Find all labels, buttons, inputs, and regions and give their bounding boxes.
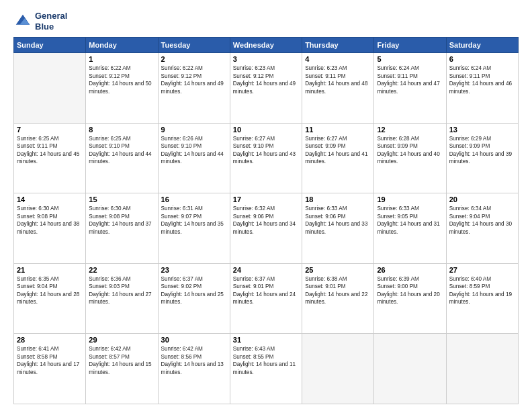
- cell-info: Sunrise: 6:42 AMSunset: 8:57 PMDaylight:…: [89, 346, 151, 375]
- day-number: 31: [233, 336, 299, 344]
- calendar-week-4: 28Sunrise: 6:41 AMSunset: 8:58 PMDayligh…: [14, 334, 519, 404]
- cell-info: Sunrise: 6:23 AMSunset: 9:11 PMDaylight:…: [305, 65, 367, 94]
- cell-info: Sunrise: 6:26 AMSunset: 9:10 PMDaylight:…: [161, 136, 224, 165]
- cell-info: Sunrise: 6:38 AMSunset: 9:01 PMDaylight:…: [305, 276, 367, 305]
- cell-info: Sunrise: 6:33 AMSunset: 9:06 PMDaylight:…: [305, 205, 367, 234]
- day-number: 13: [449, 126, 515, 134]
- calendar-week-0: 1Sunrise: 6:22 AMSunset: 9:12 PMDaylight…: [14, 53, 519, 124]
- cell-info: Sunrise: 6:27 AMSunset: 9:09 PMDaylight:…: [305, 136, 367, 165]
- cell-info: Sunrise: 6:41 AMSunset: 8:58 PMDaylight:…: [17, 346, 79, 375]
- cell-info: Sunrise: 6:24 AMSunset: 9:11 PMDaylight:…: [377, 65, 439, 94]
- calendar-cell: 8Sunrise: 6:25 AMSunset: 9:10 PMDaylight…: [86, 123, 158, 193]
- page: General Blue SundayMondayTuesdayWednesda…: [0, 0, 532, 411]
- calendar-cell: 17Sunrise: 6:32 AMSunset: 9:06 PMDayligh…: [230, 193, 302, 264]
- day-number: 26: [377, 266, 443, 274]
- calendar-cell: [14, 53, 86, 124]
- cell-info: Sunrise: 6:27 AMSunset: 9:10 PMDaylight:…: [233, 136, 296, 165]
- calendar-cell: 26Sunrise: 6:39 AMSunset: 9:00 PMDayligh…: [374, 263, 446, 334]
- calendar-cell: 3Sunrise: 6:23 AMSunset: 9:12 PMDaylight…: [230, 53, 302, 124]
- calendar-cell: 27Sunrise: 6:40 AMSunset: 8:59 PMDayligh…: [446, 263, 518, 334]
- calendar-cell: 30Sunrise: 6:42 AMSunset: 8:56 PMDayligh…: [158, 334, 230, 404]
- calendar-cell: 15Sunrise: 6:30 AMSunset: 9:08 PMDayligh…: [86, 193, 158, 264]
- day-number: 18: [305, 195, 371, 203]
- calendar-cell: 29Sunrise: 6:42 AMSunset: 8:57 PMDayligh…: [86, 334, 158, 404]
- calendar-header-tuesday: Tuesday: [158, 38, 230, 53]
- day-number: 1: [89, 55, 154, 63]
- logo: General Blue: [13, 11, 67, 32]
- calendar-cell: 18Sunrise: 6:33 AMSunset: 9:06 PMDayligh…: [302, 193, 374, 264]
- calendar-cell: 12Sunrise: 6:28 AMSunset: 9:09 PMDayligh…: [374, 123, 446, 193]
- calendar-header-monday: Monday: [86, 38, 158, 53]
- day-number: 11: [305, 126, 371, 134]
- calendar-table: SundayMondayTuesdayWednesdayThursdayFrid…: [13, 37, 519, 404]
- header: General Blue: [13, 11, 519, 32]
- day-number: 14: [17, 195, 83, 203]
- calendar-week-3: 21Sunrise: 6:35 AMSunset: 9:04 PMDayligh…: [14, 263, 519, 334]
- calendar-header-friday: Friday: [374, 38, 446, 53]
- calendar-cell: 7Sunrise: 6:25 AMSunset: 9:11 PMDaylight…: [14, 123, 86, 193]
- calendar-cell: 11Sunrise: 6:27 AMSunset: 9:09 PMDayligh…: [302, 123, 374, 193]
- cell-info: Sunrise: 6:31 AMSunset: 9:07 PMDaylight:…: [161, 205, 224, 234]
- day-number: 24: [233, 266, 299, 274]
- logo-icon: [13, 12, 32, 31]
- calendar-cell: 14Sunrise: 6:30 AMSunset: 9:08 PMDayligh…: [14, 193, 86, 264]
- calendar-cell: 21Sunrise: 6:35 AMSunset: 9:04 PMDayligh…: [14, 263, 86, 334]
- calendar-header-saturday: Saturday: [446, 38, 518, 53]
- cell-info: Sunrise: 6:36 AMSunset: 9:03 PMDaylight:…: [89, 276, 151, 305]
- day-number: 27: [449, 266, 515, 274]
- calendar-cell: 25Sunrise: 6:38 AMSunset: 9:01 PMDayligh…: [302, 263, 374, 334]
- calendar-cell: [446, 334, 518, 404]
- calendar-cell: 4Sunrise: 6:23 AMSunset: 9:11 PMDaylight…: [302, 53, 374, 124]
- day-number: 3: [233, 55, 299, 63]
- day-number: 21: [17, 266, 83, 274]
- cell-info: Sunrise: 6:37 AMSunset: 9:01 PMDaylight:…: [233, 276, 296, 305]
- day-number: 5: [377, 55, 443, 63]
- cell-info: Sunrise: 6:25 AMSunset: 9:10 PMDaylight:…: [89, 136, 151, 165]
- day-number: 10: [233, 126, 299, 134]
- cell-info: Sunrise: 6:35 AMSunset: 9:04 PMDaylight:…: [17, 276, 79, 305]
- logo-text: General Blue: [35, 11, 67, 32]
- day-number: 28: [17, 336, 83, 344]
- day-number: 25: [305, 266, 371, 274]
- calendar-cell: 31Sunrise: 6:43 AMSunset: 8:55 PMDayligh…: [230, 334, 302, 404]
- day-number: 16: [161, 195, 227, 203]
- calendar-cell: 22Sunrise: 6:36 AMSunset: 9:03 PMDayligh…: [86, 263, 158, 334]
- calendar-cell: 6Sunrise: 6:24 AMSunset: 9:11 PMDaylight…: [446, 53, 518, 124]
- day-number: 12: [377, 126, 443, 134]
- cell-info: Sunrise: 6:25 AMSunset: 9:11 PMDaylight:…: [17, 136, 79, 165]
- calendar-cell: 19Sunrise: 6:33 AMSunset: 9:05 PMDayligh…: [374, 193, 446, 264]
- cell-info: Sunrise: 6:34 AMSunset: 9:04 PMDaylight:…: [449, 205, 512, 234]
- day-number: 9: [161, 126, 227, 134]
- calendar-header-wednesday: Wednesday: [230, 38, 302, 53]
- calendar-cell: 23Sunrise: 6:37 AMSunset: 9:02 PMDayligh…: [158, 263, 230, 334]
- calendar-cell: 28Sunrise: 6:41 AMSunset: 8:58 PMDayligh…: [14, 334, 86, 404]
- cell-info: Sunrise: 6:39 AMSunset: 9:00 PMDaylight:…: [377, 276, 439, 305]
- calendar-cell: 9Sunrise: 6:26 AMSunset: 9:10 PMDaylight…: [158, 123, 230, 193]
- day-number: 23: [161, 266, 227, 274]
- calendar-cell: 13Sunrise: 6:29 AMSunset: 9:09 PMDayligh…: [446, 123, 518, 193]
- cell-info: Sunrise: 6:37 AMSunset: 9:02 PMDaylight:…: [161, 276, 224, 305]
- cell-info: Sunrise: 6:24 AMSunset: 9:11 PMDaylight:…: [449, 65, 512, 94]
- cell-info: Sunrise: 6:28 AMSunset: 9:09 PMDaylight:…: [377, 136, 439, 165]
- cell-info: Sunrise: 6:29 AMSunset: 9:09 PMDaylight:…: [449, 136, 512, 165]
- day-number: 2: [161, 55, 227, 63]
- calendar-cell: [374, 334, 446, 404]
- calendar-cell: 1Sunrise: 6:22 AMSunset: 9:12 PMDaylight…: [86, 53, 158, 124]
- day-number: 6: [449, 55, 515, 63]
- cell-info: Sunrise: 6:43 AMSunset: 8:55 PMDaylight:…: [233, 346, 296, 375]
- day-number: 17: [233, 195, 299, 203]
- cell-info: Sunrise: 6:22 AMSunset: 9:12 PMDaylight:…: [161, 65, 224, 94]
- calendar-header-thursday: Thursday: [302, 38, 374, 53]
- calendar-cell: 5Sunrise: 6:24 AMSunset: 9:11 PMDaylight…: [374, 53, 446, 124]
- calendar-cell: [302, 334, 374, 404]
- calendar-header-sunday: Sunday: [14, 38, 86, 53]
- day-number: 15: [89, 195, 154, 203]
- calendar-week-1: 7Sunrise: 6:25 AMSunset: 9:11 PMDaylight…: [14, 123, 519, 193]
- day-number: 8: [89, 126, 154, 134]
- calendar-week-2: 14Sunrise: 6:30 AMSunset: 9:08 PMDayligh…: [14, 193, 519, 264]
- day-number: 29: [89, 336, 154, 344]
- cell-info: Sunrise: 6:30 AMSunset: 9:08 PMDaylight:…: [17, 205, 79, 234]
- cell-info: Sunrise: 6:33 AMSunset: 9:05 PMDaylight:…: [377, 205, 439, 234]
- day-number: 22: [89, 266, 154, 274]
- calendar-cell: 10Sunrise: 6:27 AMSunset: 9:10 PMDayligh…: [230, 123, 302, 193]
